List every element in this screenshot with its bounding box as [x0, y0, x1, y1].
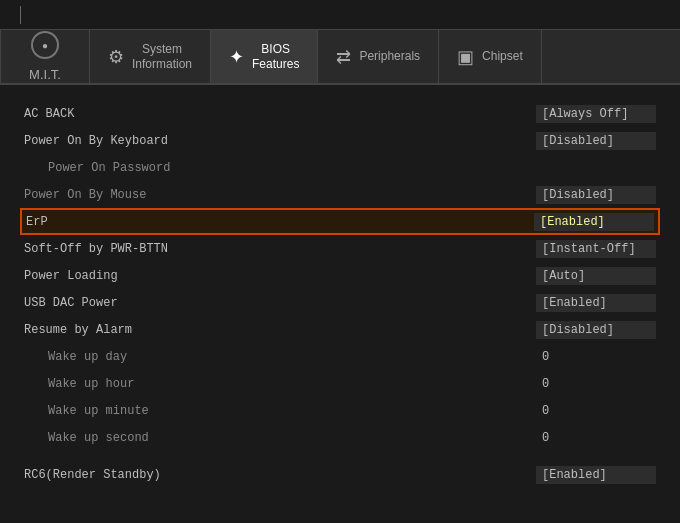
tab-mit-label: M.I.T.	[29, 67, 61, 82]
logo-divider	[20, 6, 21, 24]
setting-label: Soft-Off by PWR-BTTN	[24, 242, 168, 256]
setting-label: Wake up second	[24, 431, 149, 445]
setting-value: 0	[536, 348, 656, 366]
setting-row[interactable]: Wake up hour0	[20, 370, 660, 397]
setting-label: Power On By Keyboard	[24, 134, 168, 148]
setting-row[interactable]: ErP[Enabled]	[20, 208, 660, 235]
nav-tabs: ● M.I.T. ⚙ SystemInformation ✦ BIOSFeatu…	[0, 30, 680, 85]
setting-label: Power On Password	[24, 161, 170, 175]
tab-chipset[interactable]: ▣ Chipset	[439, 30, 542, 83]
setting-row[interactable]: Wake up day0	[20, 343, 660, 370]
tab-chipset-label: Chipset	[482, 49, 523, 63]
setting-row[interactable]: AC BACK[Always Off]	[20, 100, 660, 127]
spacer-row	[20, 451, 660, 461]
top-bar	[0, 0, 680, 30]
tab-bios[interactable]: ✦ BIOSFeatures	[211, 30, 318, 83]
setting-value: [Always Off]	[536, 105, 656, 123]
setting-label: USB DAC Power	[24, 296, 118, 310]
tab-sysinfo[interactable]: ⚙ SystemInformation	[90, 30, 211, 83]
setting-label: Power On By Mouse	[24, 188, 146, 202]
setting-value: [Instant-Off]	[536, 240, 656, 258]
sysinfo-icon: ⚙	[108, 46, 124, 68]
setting-row: Power On Password	[20, 154, 660, 181]
setting-label: Wake up day	[24, 350, 127, 364]
setting-label: Resume by Alarm	[24, 323, 132, 337]
tab-mit[interactable]: ● M.I.T.	[0, 30, 90, 83]
bios-icon: ✦	[229, 46, 244, 68]
settings-list: AC BACK[Always Off]Power On By Keyboard[…	[20, 100, 660, 488]
chipset-icon: ▣	[457, 46, 474, 68]
setting-label: Wake up minute	[24, 404, 149, 418]
setting-value: [Auto]	[536, 267, 656, 285]
tab-peripherals[interactable]: ⇄ Peripherals	[318, 30, 439, 83]
tab-peripherals-label: Peripherals	[359, 49, 420, 63]
setting-label: Wake up hour	[24, 377, 134, 391]
setting-row[interactable]: RC6(Render Standby)[Enabled]	[20, 461, 660, 488]
setting-value: [Enabled]	[536, 294, 656, 312]
content-area: AC BACK[Always Off]Power On By Keyboard[…	[0, 85, 680, 523]
setting-value: [Disabled]	[536, 321, 656, 339]
setting-label: Power Loading	[24, 269, 118, 283]
setting-row[interactable]: Power Loading[Auto]	[20, 262, 660, 289]
setting-value: 0	[536, 402, 656, 420]
setting-value: 0	[536, 429, 656, 447]
setting-row[interactable]: Wake up minute0	[20, 397, 660, 424]
setting-row[interactable]: Resume by Alarm[Disabled]	[20, 316, 660, 343]
setting-label: ErP	[26, 215, 48, 229]
mit-circle-icon: ●	[31, 31, 59, 59]
setting-row[interactable]: Power On By Mouse[Disabled]	[20, 181, 660, 208]
peripherals-icon: ⇄	[336, 46, 351, 68]
setting-value: [Enabled]	[534, 213, 654, 231]
setting-value: [Enabled]	[536, 466, 656, 484]
setting-value: 0	[536, 375, 656, 393]
setting-row[interactable]: Soft-Off by PWR-BTTN[Instant-Off]	[20, 235, 660, 262]
setting-label: RC6(Render Standby)	[24, 468, 161, 482]
setting-row[interactable]: Wake up second0	[20, 424, 660, 451]
setting-row[interactable]: Power On By Keyboard[Disabled]	[20, 127, 660, 154]
tab-sysinfo-label: SystemInformation	[132, 42, 192, 71]
setting-label: AC BACK	[24, 107, 74, 121]
setting-value: [Disabled]	[536, 186, 656, 204]
setting-row[interactable]: USB DAC Power[Enabled]	[20, 289, 660, 316]
tab-bios-label: BIOSFeatures	[252, 42, 299, 71]
setting-value: [Disabled]	[536, 132, 656, 150]
